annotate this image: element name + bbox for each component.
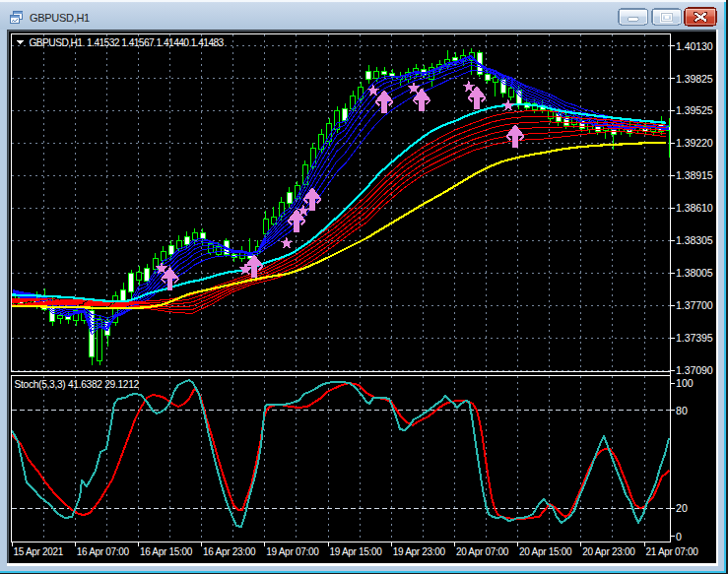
svg-text:20 Apr 07:00: 20 Apr 07:00: [456, 546, 509, 557]
svg-text:1.37700: 1.37700: [676, 299, 713, 311]
svg-text:16 Apr 07:00: 16 Apr 07:00: [77, 546, 130, 557]
svg-text:GBPUSD,H1 1.41532 1.41567 1.4: GBPUSD,H1 1.41532 1.41567 1.41440 1.4148…: [30, 37, 225, 48]
svg-text:1.37090: 1.37090: [676, 364, 713, 376]
svg-text:1.38305: 1.38305: [676, 234, 713, 246]
svg-text:1.37395: 1.37395: [676, 332, 713, 344]
svg-text:0: 0: [676, 531, 682, 542]
svg-text:1.38610: 1.38610: [676, 202, 713, 214]
svg-text:100: 100: [676, 377, 694, 389]
svg-text:1.39825: 1.39825: [676, 73, 713, 85]
svg-text:Stoch(5,3,3) 41.6382 29.1212: Stoch(5,3,3) 41.6382 29.1212: [15, 379, 140, 390]
svg-text:1.39220: 1.39220: [676, 137, 713, 149]
svg-text:19 Apr 23:00: 19 Apr 23:00: [393, 546, 446, 557]
svg-text:20: 20: [676, 502, 688, 514]
svg-text:20 Apr 23:00: 20 Apr 23:00: [582, 546, 635, 557]
svg-text:1.39525: 1.39525: [676, 104, 713, 116]
svg-text:21 Apr 07:00: 21 Apr 07:00: [646, 546, 699, 557]
svg-text:19 Apr 15:00: 19 Apr 15:00: [330, 546, 383, 557]
svg-text:19 Apr 07:00: 19 Apr 07:00: [266, 546, 319, 557]
svg-text:1.38005: 1.38005: [676, 267, 713, 279]
svg-text:15 Apr 2021: 15 Apr 2021: [14, 546, 64, 557]
svg-text:16 Apr 15:00: 16 Apr 15:00: [140, 546, 193, 557]
svg-text:1.40130: 1.40130: [676, 40, 713, 52]
svg-text:80: 80: [676, 405, 688, 416]
svg-text:20 Apr 15:00: 20 Apr 15:00: [519, 546, 572, 557]
svg-text:1.38915: 1.38915: [676, 169, 713, 181]
svg-text:GBPUSD,H1: GBPUSD,H1: [30, 12, 90, 24]
svg-text:16 Apr 23:00: 16 Apr 23:00: [203, 546, 256, 557]
